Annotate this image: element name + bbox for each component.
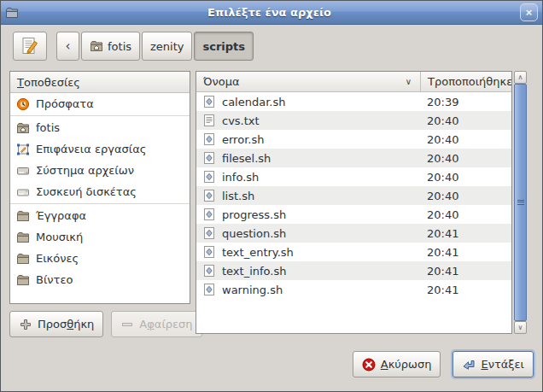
breadcrumb: fotiszenityscripts (81, 32, 254, 61)
place-item-Εικόνες[interactable]: Εικόνες (10, 248, 190, 269)
file-row-filesel.sh[interactable]: filesel.sh20:40 (196, 149, 511, 167)
file-row-list.sh[interactable]: list.sh20:40 (196, 186, 511, 205)
titlebar[interactable]: Επιλέξτε ένα αρχείο × (1, 1, 542, 25)
script-file-icon (202, 151, 216, 165)
place-item-Βίντεο[interactable]: Βίντεο (10, 269, 190, 290)
file-name-cell: calendar.sh (196, 95, 420, 108)
breadcrumb-fotis[interactable]: fotis (81, 32, 140, 61)
script-file-icon (202, 283, 216, 296)
cancel-button[interactable]: Ακύρωση (353, 351, 441, 377)
hard-drive-icon (16, 164, 30, 178)
file-name: filesel.sh (222, 152, 271, 165)
file-name-cell: list.sh (196, 189, 420, 202)
script-file-icon (202, 132, 216, 146)
script-file-icon (202, 226, 216, 240)
place-item-Επιφάνεια εργασίας[interactable]: Επιφάνεια εργασίας (10, 138, 190, 160)
file-chooser-dialog: Επιλέξτε ένα αρχείο × ‹ fotiszenityscrip… (0, 0, 543, 392)
file-row-info.sh[interactable]: info.sh20:40 (196, 167, 511, 186)
place-item-fotis[interactable]: fotis (10, 117, 190, 138)
file-modified: 20:41 (420, 284, 511, 296)
add-place-label: Προσθήκη (38, 318, 94, 331)
file-row-progress.sh[interactable]: progress.sh20:40 (196, 205, 511, 224)
place-item-Μουσική[interactable]: Μουσική (10, 226, 190, 248)
remove-place-button[interactable]: Αφαίρεση (111, 311, 201, 337)
compose-document-icon (20, 36, 40, 56)
file-row-error.sh[interactable]: error.sh20:40 (196, 130, 511, 149)
ok-label: Εντάξει (481, 358, 524, 371)
folder-icon (16, 252, 30, 266)
place-item-Σύστημα αρχείων[interactable]: Σύστημα αρχείων (10, 160, 190, 181)
add-place-button[interactable]: Προσθήκη (9, 311, 103, 337)
back-button[interactable]: ‹ (56, 32, 79, 61)
back-chevron-icon: ‹ (66, 38, 71, 54)
file-modified: 20:41 (420, 265, 511, 278)
script-file-icon (202, 208, 216, 221)
place-item-label: Βίντεο (36, 273, 73, 286)
places-separator (10, 115, 190, 116)
scroll-down-button[interactable]: ∨ (514, 321, 527, 334)
file-name-cell: filesel.sh (196, 151, 420, 165)
vertical-scrollbar[interactable]: ∧ ∨ (514, 71, 527, 334)
text-file-icon (202, 114, 216, 127)
file-name: text_info.sh (222, 265, 286, 278)
window-menu-folder-icon[interactable] (5, 6, 19, 20)
file-name: warning.sh (222, 284, 283, 296)
file-name-cell: cvs.txt (196, 114, 420, 127)
close-button[interactable]: × (520, 3, 538, 21)
column-header-name[interactable]: Όνομα ∨ (196, 72, 420, 91)
file-modified: 20:40 (420, 133, 511, 146)
file-rows: calendar.sh20:39cvs.txt20:40error.sh20:4… (196, 92, 511, 299)
places-separator (10, 203, 190, 204)
file-row-warning.sh[interactable]: warning.sh20:41 (196, 280, 511, 299)
file-row-text_entry.sh[interactable]: text_entry.sh20:41 (196, 243, 511, 261)
file-name-cell: info.sh (196, 170, 420, 184)
ok-button[interactable]: Εντάξει (452, 351, 534, 377)
sort-descending-icon: ∨ (406, 77, 413, 86)
file-name: info.sh (222, 171, 259, 184)
places-panel: Τοποθεσίες ΠρόσφαταfotisΕπιφάνεια εργασί… (9, 71, 190, 304)
folder-icon (16, 273, 30, 287)
file-name-cell: text_entry.sh (196, 245, 420, 259)
breadcrumb-label: zenity (150, 40, 184, 53)
ok-enter-arrow-icon (462, 358, 476, 372)
home-folder-icon (16, 121, 30, 135)
desktop-icon (16, 143, 30, 156)
scrollbar-grip-icon (517, 200, 524, 205)
file-name: calendar.sh (222, 96, 285, 108)
column-header-modified[interactable]: Τροποποιήθηκε (420, 72, 511, 91)
file-name-cell: text_info.sh (196, 264, 420, 278)
file-list-panel: Όνομα ∨ Τροποποιήθηκε calendar.sh20:39cv… (196, 71, 512, 334)
file-modified: 20:41 (420, 227, 511, 240)
scroll-down-icon: ∨ (518, 324, 523, 331)
breadcrumb-scripts[interactable]: scripts (194, 32, 254, 61)
breadcrumb-label: scripts (202, 40, 245, 53)
place-item-label: Επιφάνεια εργασίας (36, 143, 146, 155)
remove-place-label: Αφαίρεση (139, 318, 192, 331)
place-item-Έγγραφα[interactable]: Έγγραφα (10, 205, 190, 226)
floppy-drive-icon (16, 185, 30, 199)
file-row-question.sh[interactable]: question.sh20:41 (196, 224, 511, 243)
file-row-calendar.sh[interactable]: calendar.sh20:39 (196, 92, 511, 111)
file-modified: 20:40 (420, 114, 511, 127)
script-file-icon (202, 189, 216, 202)
file-name: text_entry.sh (222, 246, 294, 259)
file-row-text_info.sh[interactable]: text_info.sh20:41 (196, 261, 511, 280)
file-modified: 20:40 (420, 171, 511, 184)
place-item-Συσκευή δισκέτας[interactable]: Συσκευή δισκέτας (10, 181, 190, 202)
place-item-Πρόσφατα[interactable]: Πρόσφατα (10, 93, 190, 114)
place-item-label: Μουσική (36, 231, 83, 243)
script-file-icon (202, 95, 216, 108)
file-row-cvs.txt[interactable]: cvs.txt20:40 (196, 111, 511, 130)
script-file-icon (202, 264, 216, 278)
window-title: Επιλέξτε ένα αρχείο (19, 6, 520, 19)
places-header-label: Τοποθεσίες (17, 76, 80, 89)
breadcrumb-zenity[interactable]: zenity (142, 32, 192, 61)
file-list-header: Όνομα ∨ Τροποποιήθηκε (196, 72, 511, 92)
place-item-label: fotis (36, 121, 60, 134)
home-folder-icon (90, 39, 103, 53)
scrollbar-thumb[interactable] (514, 84, 527, 321)
file-modified: 20:41 (420, 246, 511, 259)
type-filename-button[interactable] (13, 32, 47, 61)
file-name-cell: question.sh (196, 226, 420, 240)
scroll-up-button[interactable]: ∧ (514, 71, 527, 84)
